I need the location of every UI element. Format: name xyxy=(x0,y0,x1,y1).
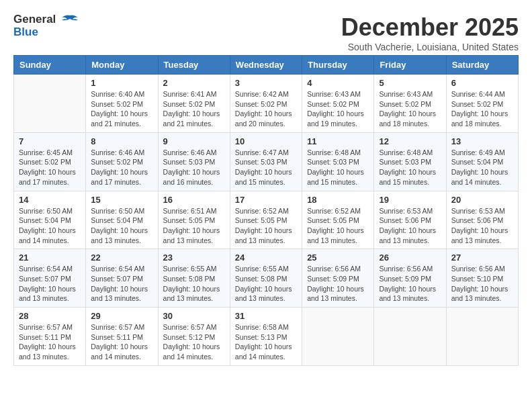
day-info: Sunrise: 6:56 AM Sunset: 5:09 PM Dayligh… xyxy=(379,264,441,304)
day-info: Sunrise: 6:53 AM Sunset: 5:06 PM Dayligh… xyxy=(379,206,441,246)
calendar-cell: 27Sunrise: 6:56 AM Sunset: 5:10 PM Dayli… xyxy=(446,249,518,308)
calendar-header-row: SundayMondayTuesdayWednesdayThursdayFrid… xyxy=(14,56,519,75)
day-info: Sunrise: 6:56 AM Sunset: 5:09 PM Dayligh… xyxy=(307,264,369,304)
day-info: Sunrise: 6:47 AM Sunset: 5:03 PM Dayligh… xyxy=(235,148,297,187)
calendar-week-row: 28Sunrise: 6:57 AM Sunset: 5:11 PM Dayli… xyxy=(14,308,519,366)
day-info: Sunrise: 6:50 AM Sunset: 5:04 PM Dayligh… xyxy=(19,206,81,246)
day-number: 23 xyxy=(163,253,225,263)
calendar-cell: 1Sunrise: 6:40 AM Sunset: 5:02 PM Daylig… xyxy=(86,75,158,133)
day-number: 26 xyxy=(379,253,441,263)
calendar-cell xyxy=(302,308,374,366)
calendar-cell: 20Sunrise: 6:53 AM Sunset: 5:06 PM Dayli… xyxy=(446,191,518,249)
page-header: General Blue December 2025 South Vacheri… xyxy=(13,13,519,52)
day-info: Sunrise: 6:40 AM Sunset: 5:02 PM Dayligh… xyxy=(91,89,152,129)
day-number: 2 xyxy=(163,78,225,88)
logo-general: General xyxy=(13,13,79,26)
day-number: 9 xyxy=(163,136,225,146)
calendar-cell: 29Sunrise: 6:57 AM Sunset: 5:11 PM Dayli… xyxy=(86,308,158,366)
calendar-cell: 23Sunrise: 6:55 AM Sunset: 5:08 PM Dayli… xyxy=(158,249,230,308)
day-info: Sunrise: 6:43 AM Sunset: 5:02 PM Dayligh… xyxy=(379,89,441,129)
day-number: 8 xyxy=(91,136,152,146)
calendar-cell: 15Sunrise: 6:50 AM Sunset: 5:04 PM Dayli… xyxy=(86,191,158,249)
day-number: 31 xyxy=(235,311,297,321)
day-number: 1 xyxy=(91,78,152,88)
day-info: Sunrise: 6:57 AM Sunset: 5:11 PM Dayligh… xyxy=(91,322,152,362)
day-number: 17 xyxy=(235,195,297,205)
calendar-cell xyxy=(446,308,518,366)
calendar-cell: 8Sunrise: 6:46 AM Sunset: 5:02 PM Daylig… xyxy=(86,132,158,191)
calendar-cell: 11Sunrise: 6:48 AM Sunset: 5:03 PM Dayli… xyxy=(302,132,374,191)
calendar-header-thursday: Thursday xyxy=(302,56,374,75)
day-number: 29 xyxy=(91,311,152,321)
day-info: Sunrise: 6:50 AM Sunset: 5:04 PM Dayligh… xyxy=(91,206,152,246)
calendar-cell: 2Sunrise: 6:41 AM Sunset: 5:02 PM Daylig… xyxy=(158,75,230,133)
day-info: Sunrise: 6:52 AM Sunset: 5:05 PM Dayligh… xyxy=(307,206,369,246)
calendar-cell: 7Sunrise: 6:45 AM Sunset: 5:02 PM Daylig… xyxy=(14,132,86,191)
day-info: Sunrise: 6:46 AM Sunset: 5:03 PM Dayligh… xyxy=(163,148,225,187)
day-number: 27 xyxy=(451,253,513,263)
logo-blue: Blue xyxy=(13,26,79,39)
day-number: 28 xyxy=(19,311,81,321)
title-area: December 2025 South Vacherie, Louisiana,… xyxy=(341,13,519,52)
day-info: Sunrise: 6:42 AM Sunset: 5:02 PM Dayligh… xyxy=(235,89,297,129)
day-info: Sunrise: 6:55 AM Sunset: 5:08 PM Dayligh… xyxy=(235,264,297,304)
calendar-header-friday: Friday xyxy=(374,56,446,75)
calendar-week-row: 14Sunrise: 6:50 AM Sunset: 5:04 PM Dayli… xyxy=(14,191,519,249)
day-info: Sunrise: 6:45 AM Sunset: 5:02 PM Dayligh… xyxy=(19,148,81,187)
calendar-cell xyxy=(374,308,446,366)
calendar-cell: 25Sunrise: 6:56 AM Sunset: 5:09 PM Dayli… xyxy=(302,249,374,308)
day-number: 18 xyxy=(307,195,369,205)
calendar-cell: 16Sunrise: 6:51 AM Sunset: 5:05 PM Dayli… xyxy=(158,191,230,249)
day-number: 10 xyxy=(235,136,297,146)
day-info: Sunrise: 6:46 AM Sunset: 5:02 PM Dayligh… xyxy=(91,148,152,187)
day-info: Sunrise: 6:49 AM Sunset: 5:04 PM Dayligh… xyxy=(451,148,513,187)
calendar-cell: 28Sunrise: 6:57 AM Sunset: 5:11 PM Dayli… xyxy=(14,308,86,366)
calendar-header-tuesday: Tuesday xyxy=(158,56,230,75)
calendar-cell: 9Sunrise: 6:46 AM Sunset: 5:03 PM Daylig… xyxy=(158,132,230,191)
logo: General Blue xyxy=(13,13,79,38)
day-number: 5 xyxy=(379,78,441,88)
calendar-week-row: 1Sunrise: 6:40 AM Sunset: 5:02 PM Daylig… xyxy=(14,75,519,133)
calendar-cell: 6Sunrise: 6:44 AM Sunset: 5:02 PM Daylig… xyxy=(446,75,518,133)
day-info: Sunrise: 6:48 AM Sunset: 5:03 PM Dayligh… xyxy=(379,148,441,187)
calendar-cell: 31Sunrise: 6:58 AM Sunset: 5:13 PM Dayli… xyxy=(230,308,302,366)
calendar-cell: 4Sunrise: 6:43 AM Sunset: 5:02 PM Daylig… xyxy=(302,75,374,133)
day-info: Sunrise: 6:57 AM Sunset: 5:11 PM Dayligh… xyxy=(19,322,81,362)
calendar-cell: 10Sunrise: 6:47 AM Sunset: 5:03 PM Dayli… xyxy=(230,132,302,191)
day-info: Sunrise: 6:57 AM Sunset: 5:12 PM Dayligh… xyxy=(163,322,225,362)
calendar-week-row: 21Sunrise: 6:54 AM Sunset: 5:07 PM Dayli… xyxy=(14,249,519,308)
day-number: 16 xyxy=(163,195,225,205)
day-number: 4 xyxy=(307,78,369,88)
calendar-week-row: 7Sunrise: 6:45 AM Sunset: 5:02 PM Daylig… xyxy=(14,132,519,191)
day-info: Sunrise: 6:52 AM Sunset: 5:05 PM Dayligh… xyxy=(235,206,297,246)
day-number: 24 xyxy=(235,253,297,263)
day-info: Sunrise: 6:48 AM Sunset: 5:03 PM Dayligh… xyxy=(307,148,369,187)
calendar-cell: 5Sunrise: 6:43 AM Sunset: 5:02 PM Daylig… xyxy=(374,75,446,133)
day-number: 22 xyxy=(91,253,152,263)
calendar-cell: 22Sunrise: 6:54 AM Sunset: 5:07 PM Dayli… xyxy=(86,249,158,308)
calendar-header-sunday: Sunday xyxy=(14,56,86,75)
calendar-cell: 17Sunrise: 6:52 AM Sunset: 5:05 PM Dayli… xyxy=(230,191,302,249)
calendar-cell: 12Sunrise: 6:48 AM Sunset: 5:03 PM Dayli… xyxy=(374,132,446,191)
calendar-body: 1Sunrise: 6:40 AM Sunset: 5:02 PM Daylig… xyxy=(14,75,519,366)
day-number: 21 xyxy=(19,253,81,263)
day-info: Sunrise: 6:51 AM Sunset: 5:05 PM Dayligh… xyxy=(163,206,225,246)
day-info: Sunrise: 6:53 AM Sunset: 5:06 PM Dayligh… xyxy=(451,206,513,246)
calendar-cell: 13Sunrise: 6:49 AM Sunset: 5:04 PM Dayli… xyxy=(446,132,518,191)
calendar-cell: 14Sunrise: 6:50 AM Sunset: 5:04 PM Dayli… xyxy=(14,191,86,249)
calendar-cell: 30Sunrise: 6:57 AM Sunset: 5:12 PM Dayli… xyxy=(158,308,230,366)
day-number: 6 xyxy=(451,78,513,88)
day-number: 25 xyxy=(307,253,369,263)
day-number: 3 xyxy=(235,78,297,88)
day-info: Sunrise: 6:44 AM Sunset: 5:02 PM Dayligh… xyxy=(451,89,513,129)
day-info: Sunrise: 6:55 AM Sunset: 5:08 PM Dayligh… xyxy=(163,264,225,304)
day-number: 13 xyxy=(451,136,513,146)
calendar-cell: 18Sunrise: 6:52 AM Sunset: 5:05 PM Dayli… xyxy=(302,191,374,249)
calendar-header-monday: Monday xyxy=(86,56,158,75)
calendar-cell xyxy=(14,75,86,133)
calendar-header-saturday: Saturday xyxy=(446,56,518,75)
calendar-header-wednesday: Wednesday xyxy=(230,56,302,75)
day-number: 14 xyxy=(19,195,81,205)
day-number: 20 xyxy=(451,195,513,205)
page-subtitle: South Vacherie, Louisiana, United States xyxy=(341,42,519,52)
